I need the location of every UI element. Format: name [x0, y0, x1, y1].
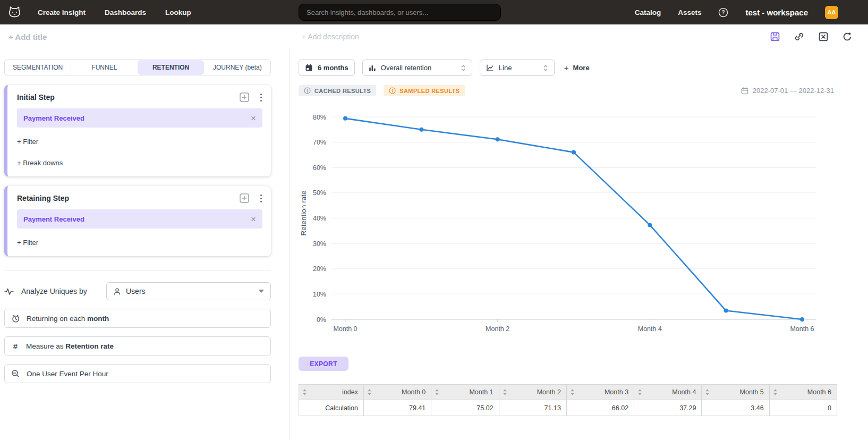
tab-journey[interactable]: JOURNEY (beta)	[204, 60, 270, 75]
svg-text:?: ?	[722, 9, 725, 15]
cached-results-badge: CACHED RESULTS	[299, 85, 376, 96]
nav-dashboards[interactable]: Dashboards	[105, 9, 146, 16]
more-options-icon[interactable]	[260, 93, 262, 102]
add-breakdowns-button[interactable]: + Break downs	[17, 159, 262, 167]
copy-link-button[interactable]	[794, 32, 804, 41]
help-button[interactable]: ?	[718, 7, 728, 18]
chart-type-select[interactable]: Line	[480, 60, 555, 76]
workspace-selector[interactable]: test - workspace	[745, 8, 808, 17]
returning-period-label: Returning on each month	[27, 315, 109, 323]
analyze-uniques-label: Analyze Uniques by	[21, 287, 87, 295]
table-cell: 37.29	[634, 400, 702, 416]
initial-step-card: Initial Step Payment Received ×	[4, 85, 271, 176]
data-point[interactable]	[343, 116, 347, 121]
tab-segmentation[interactable]: SEGMENTATION	[5, 60, 71, 75]
clear-insight-button[interactable]	[819, 32, 828, 41]
add-filter-button[interactable]: + Filter	[17, 239, 262, 247]
event-name: Payment Received	[23, 114, 84, 122]
column-header-month-4[interactable]: Month 4	[634, 385, 702, 400]
save-button[interactable]	[770, 32, 780, 41]
sort-icon	[570, 388, 575, 396]
y-tick-label: 40%	[313, 215, 326, 222]
metric-select[interactable]: Overall retention	[362, 60, 472, 76]
measure-as-option[interactable]: # Measure as Retention rate	[4, 336, 271, 356]
user-icon	[113, 287, 121, 295]
initial-step-event[interactable]: Payment Received ×	[17, 108, 262, 128]
time-range-button[interactable]: 6 months	[299, 60, 355, 76]
global-search-input[interactable]	[299, 4, 501, 21]
refresh-icon	[843, 32, 852, 41]
table-cell: 66.02	[566, 400, 634, 416]
data-point[interactable]	[496, 137, 500, 141]
table-cell: 79.41	[364, 400, 431, 416]
sort-icon	[503, 388, 507, 396]
event-frequency-option[interactable]: One User Event Per Hour	[4, 364, 271, 383]
app-logo[interactable]	[7, 5, 22, 20]
sort-icon	[435, 388, 439, 396]
zoom-out-icon	[11, 369, 20, 378]
y-tick-label: 60%	[313, 164, 326, 172]
data-point[interactable]	[419, 128, 423, 132]
returning-period-option[interactable]: Returning on each month	[4, 309, 271, 328]
data-point[interactable]	[800, 317, 804, 321]
plus-icon: +	[564, 63, 569, 72]
refresh-button[interactable]	[843, 32, 852, 41]
table-cell: Calculation	[299, 400, 364, 416]
hash-icon: #	[11, 342, 20, 351]
more-options-button[interactable]: + More	[564, 63, 590, 72]
y-tick-label: 50%	[313, 189, 326, 197]
nav-assets[interactable]: Assets	[678, 9, 701, 16]
calendar-icon	[741, 87, 748, 95]
analyze-by-select[interactable]: Users	[106, 282, 271, 300]
add-description-button[interactable]: + Add description	[302, 32, 359, 41]
column-header-month-5[interactable]: Month 5	[702, 385, 769, 400]
remove-event-icon[interactable]: ×	[251, 114, 256, 123]
add-event-icon[interactable]	[240, 193, 249, 203]
add-title-button[interactable]: + Add title	[8, 32, 47, 41]
tab-retention[interactable]: RETENTION	[138, 60, 204, 75]
insight-type-tabs: SEGMENTATION FUNNEL RETENTION JOURNEY (b…	[4, 60, 271, 75]
retention-line-chart[interactable]: 0%10%20%30%40%50%60%70%80%Month 0Month 2…	[299, 98, 868, 345]
add-filter-button[interactable]: + Filter	[17, 138, 262, 146]
nav-catalog[interactable]: Catalog	[635, 9, 661, 16]
add-event-icon[interactable]	[240, 92, 249, 102]
sort-icon	[637, 388, 642, 396]
export-button[interactable]: EXPORT	[299, 357, 348, 371]
top-navigation-bar: Create insight Dashboards Lookup Catalog…	[0, 0, 868, 24]
retaining-step-event[interactable]: Payment Received ×	[17, 209, 262, 229]
analyze-uniques-row: Analyze Uniques by Users	[4, 282, 271, 300]
chevron-down-icon	[259, 290, 264, 293]
y-tick-label: 20%	[313, 265, 326, 273]
column-header-month-0[interactable]: Month 0	[364, 385, 431, 400]
pulse-icon	[4, 287, 14, 295]
chart-canvas: 0%10%20%30%40%50%60%70%80%Month 0Month 2…	[299, 98, 834, 343]
column-header-month-6[interactable]: Month 6	[769, 385, 837, 400]
user-avatar[interactable]: AA	[825, 6, 838, 19]
sort-icon	[705, 388, 710, 396]
y-tick-label: 10%	[313, 291, 326, 298]
results-table: indexMonth 0Month 1Month 2Month 3Month 4…	[299, 384, 837, 416]
data-point[interactable]	[572, 150, 576, 155]
select-chevrons-icon	[461, 64, 466, 72]
more-options-icon[interactable]	[260, 194, 262, 203]
line-chart-icon	[486, 64, 494, 72]
insight-header: + Add title + Add description	[0, 24, 868, 49]
x-tick-label: Month 0	[333, 325, 357, 333]
measure-as-label: Measure as Retention rate	[26, 342, 114, 350]
data-point[interactable]	[724, 309, 728, 313]
event-name: Payment Received	[23, 215, 84, 223]
column-header-month-1[interactable]: Month 1	[431, 385, 499, 400]
column-header-month-3[interactable]: Month 3	[566, 385, 634, 400]
data-point[interactable]	[648, 223, 652, 227]
question-mark-icon: ?	[718, 7, 728, 18]
bar-chart-icon	[369, 64, 376, 72]
column-header-month-2[interactable]: Month 2	[499, 385, 566, 400]
sort-icon	[773, 388, 778, 396]
column-header-index[interactable]: index	[299, 385, 364, 400]
nav-lookup[interactable]: Lookup	[165, 9, 191, 16]
remove-event-icon[interactable]: ×	[251, 215, 256, 224]
y-axis-label: Retention rate	[300, 191, 308, 236]
nav-create-insight[interactable]: Create insight	[38, 9, 86, 16]
tab-funnel[interactable]: FUNNEL	[71, 60, 137, 75]
analyze-by-value: Users	[126, 287, 146, 295]
